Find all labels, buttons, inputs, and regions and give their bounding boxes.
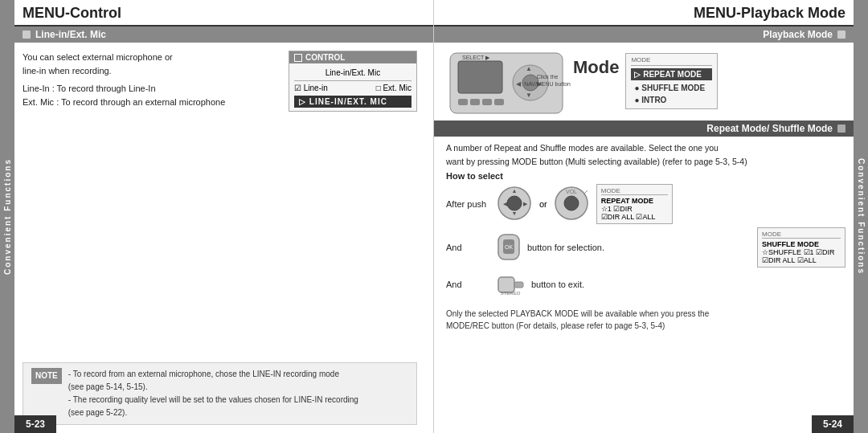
shuffle-mode-title: MODE xyxy=(762,231,841,239)
mode-option1: ▷ REPEAT MODE xyxy=(631,68,712,80)
svg-line-22 xyxy=(584,190,588,194)
mode-option2: ● SHUFFLE MODE xyxy=(631,82,712,94)
repeat-text1: A number of Repeat and Shuffle modes are… xyxy=(446,141,845,155)
button-selection-label: button for selection. xyxy=(527,243,604,252)
left-page-header: MENU-Control xyxy=(0,0,433,27)
mode-options-box: MODE ▷ REPEAT MODE ● SHUFFLE MODE ● INTR… xyxy=(625,53,718,109)
mode-options-title: MODE xyxy=(631,56,712,66)
note-content: - To record from an external microphone,… xyxy=(68,368,358,419)
svg-rect-9 xyxy=(470,99,480,105)
click-note: Click theNAV/MENU button xyxy=(524,73,571,88)
right-panel: Convenient Functions MENU-Playback Mode … xyxy=(434,0,868,433)
control-diagram: CONTROL Line-in/Ext. Mic ☑ Line-in □ Ext… xyxy=(289,51,417,112)
control-label: Line-in/Ext. Mic xyxy=(294,67,411,79)
svg-point-14 xyxy=(507,196,522,210)
repeat-section-header: Repeat Mode/ Shuffle Mode xyxy=(434,121,868,137)
playback-section-title: Playback Mode xyxy=(763,29,833,40)
svg-point-20 xyxy=(564,196,579,210)
svg-rect-27 xyxy=(514,282,523,288)
right-side-bar: Convenient Functions xyxy=(854,0,868,433)
shuffle-mode-subtitle: SHUFFLE MODE xyxy=(762,240,841,248)
control-highlight: ▷ LINE-IN/EXT. MIC xyxy=(294,96,411,108)
note-label: NOTE xyxy=(31,368,62,384)
playback-section-header: Playback Mode xyxy=(434,27,868,43)
mode-label-area: Mode xyxy=(573,49,619,78)
shuffle-mode-row1: ☆SHUFFLE ☑1 ☑DIR xyxy=(762,248,841,256)
left-content: CONTROL Line-in/Ext. Mic ☑ Line-in □ Ext… xyxy=(0,43,433,362)
bottom-note: Only the selected PLAYBACK MODE will be … xyxy=(434,305,868,337)
repeat-mode-row2: ☑DIR ALL ☑ALL xyxy=(601,213,668,221)
button-exit-label: button to exit. xyxy=(531,280,584,289)
svg-text:SELECT ▶: SELECT ▶ xyxy=(462,55,490,60)
svg-text:OK: OK xyxy=(505,244,513,250)
svg-text:▲: ▲ xyxy=(526,65,532,72)
stereo-plug-svg: STEREO xyxy=(497,271,525,299)
left-section-title: Line-in/Ext. Mic xyxy=(35,29,106,40)
bottom-note2: MODE/REC button (For details, please ref… xyxy=(446,320,845,332)
note-box: NOTE - To record from an external microp… xyxy=(23,362,417,425)
repeat-mode-subtitle: REPEAT MODE xyxy=(601,197,668,205)
repeat-content: A number of Repeat and Shuffle modes are… xyxy=(434,137,868,305)
svg-text:▼: ▼ xyxy=(512,210,518,216)
note-line3: - The recording quality level will be se… xyxy=(68,395,358,404)
mode-display-area: ▲ ▼ ◀ ▶ SELECT ▶ Click theNAV/MENU butto… xyxy=(434,43,868,121)
note-line2: (see page 5-14, 5-15). xyxy=(68,382,148,391)
control-box-header: CONTROL xyxy=(289,51,416,63)
dial2-svg: VOL xyxy=(554,186,590,222)
left-page-title: MENU-Control xyxy=(23,5,121,21)
right-side-label: Convenient Functions xyxy=(857,158,866,275)
and-label1: And xyxy=(446,243,490,252)
note-line1: - To record from an external microphone,… xyxy=(68,370,339,378)
right-page-header: MENU-Playback Mode xyxy=(434,0,868,27)
how-to-select: How to select xyxy=(446,171,845,181)
repeat-text2: want by pressing MODE button (Multi sele… xyxy=(446,155,845,169)
after-push-row: After push ▲ ▼ ◀ ▶ or VOL MODE REPEAT xyxy=(446,184,845,224)
svg-text:▼: ▼ xyxy=(526,92,532,99)
control-box-row1: ☑ Line-in □ Ext. Mic xyxy=(294,83,411,93)
dial1-svg: ▲ ▼ ◀ ▶ xyxy=(497,186,533,222)
repeat-section-title: Repeat Mode/ Shuffle Mode xyxy=(706,123,833,134)
svg-text:VOL: VOL xyxy=(566,189,577,194)
control-box-title-text: CONTROL xyxy=(305,53,345,62)
repeat-mode-title: MODE xyxy=(601,187,668,195)
bottom-note1: Only the selected PLAYBACK MODE will be … xyxy=(446,308,845,320)
shuffle-mode-box: MODE SHUFFLE MODE ☆SHUFFLE ☑1 ☑DIR ☑DIR … xyxy=(757,227,845,268)
repeat-mode-row1: ☆1 ☑DIR xyxy=(601,205,668,213)
note-line4: (see page 5-22). xyxy=(68,408,127,417)
and-select-row: And OK button for selection. MODE SHUFFL… xyxy=(446,227,845,268)
svg-rect-8 xyxy=(458,99,468,105)
and-label2: And xyxy=(446,280,490,289)
svg-text:▲: ▲ xyxy=(512,188,518,194)
left-section-header: Line-in/Ext. Mic xyxy=(0,27,433,43)
after-push-label: After push xyxy=(446,199,490,209)
shuffle-mode-row2: ☑DIR ALL ☑ALL xyxy=(762,256,841,264)
device-illustration: ▲ ▼ ◀ ▶ SELECT ▶ Click theNAV/MENU butto… xyxy=(446,49,567,117)
left-side-label: Convenient Functions xyxy=(3,158,12,275)
svg-text:◀: ◀ xyxy=(516,80,522,88)
control-row1-right: □ Ext. Mic xyxy=(376,84,411,92)
svg-rect-10 xyxy=(482,99,492,105)
svg-rect-1 xyxy=(458,61,502,93)
control-row1-left: ☑ Line-in xyxy=(294,84,328,92)
right-page-number: 5-24 xyxy=(812,415,854,433)
svg-rect-11 xyxy=(494,99,504,105)
right-page-title: MENU-Playback Mode xyxy=(694,5,845,21)
mode-option3: ● INTRO xyxy=(631,94,712,106)
and-exit-row: And STEREO button to exit. xyxy=(446,271,845,299)
mode-big-label: Mode xyxy=(573,57,619,78)
finger-btn-svg: OK xyxy=(497,233,521,261)
or-label: or xyxy=(539,199,547,209)
repeat-mode-box: MODE REPEAT MODE ☆1 ☑DIR ☑DIR ALL ☑ALL xyxy=(596,184,673,224)
control-box-body: Line-in/Ext. Mic ☑ Line-in □ Ext. Mic ▷ … xyxy=(289,63,416,111)
left-page-number: 5-23 xyxy=(14,415,56,433)
left-panel: Convenient Functions MENU-Control Line-i… xyxy=(0,0,434,433)
svg-text:STEREO: STEREO xyxy=(501,291,521,296)
